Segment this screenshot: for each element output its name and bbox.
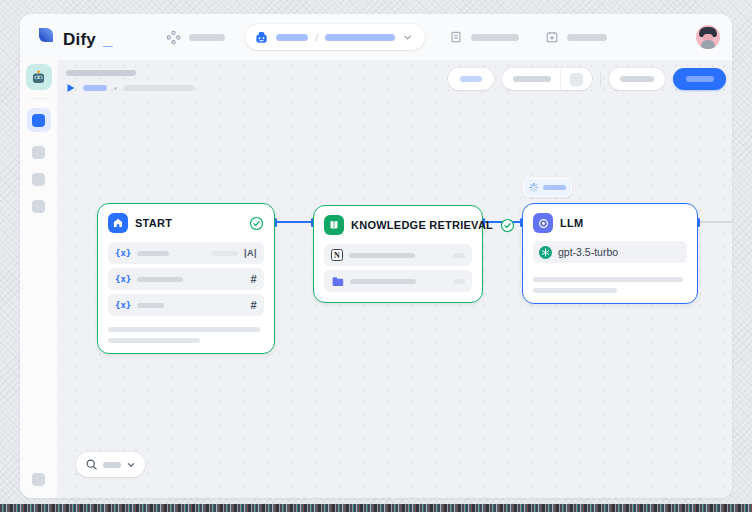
chevron-down-icon [126, 460, 136, 470]
docs-link[interactable] [449, 30, 519, 44]
placeholder-bar [349, 253, 415, 258]
placeholder-bar [189, 34, 225, 41]
run-meta-placeholder [124, 85, 194, 91]
avatar[interactable] [696, 25, 720, 49]
run-menu-button[interactable] [561, 68, 591, 90]
home-icon [108, 213, 128, 233]
run-label-placeholder [83, 85, 107, 91]
breadcrumb-separator: / [315, 31, 318, 43]
sidebar-item-workflow-active[interactable] [27, 108, 51, 132]
publish-button[interactable] [673, 68, 726, 90]
placeholder-line [108, 327, 260, 332]
placeholder-bar [453, 253, 465, 258]
node-running-badge [523, 178, 572, 197]
variable-icon: {x} [115, 274, 131, 284]
llm-icon [533, 213, 553, 233]
dataset-row[interactable]: N [324, 244, 472, 266]
workflow-canvas[interactable]: START {x} |A| {x} # {x} [58, 60, 732, 498]
placeholder-bar [460, 76, 482, 82]
model-row[interactable]: gpt-3.5-turbo [533, 241, 687, 263]
placeholder-bar [137, 251, 169, 256]
variable-row[interactable]: {x} |A| [108, 242, 264, 264]
placeholder-bar [471, 34, 519, 41]
features-button[interactable] [448, 68, 494, 90]
left-sidebar [20, 60, 58, 498]
node-llm[interactable]: LLM gpt-3.5-turbo [522, 203, 698, 304]
run-split-button[interactable] [502, 68, 592, 90]
sidebar-item-3[interactable] [32, 173, 45, 186]
placeholder-bar [137, 303, 164, 308]
plugins-link[interactable] [545, 30, 607, 44]
variable-type: # [250, 273, 257, 285]
variable-icon: {x} [115, 300, 131, 310]
top-header: Dify_ / [20, 14, 732, 60]
node-title: LLM [560, 217, 687, 229]
placeholder-line [108, 338, 200, 343]
sidebar-item-2[interactable] [32, 146, 45, 159]
run-status-row [66, 83, 194, 93]
dot-separator [114, 87, 117, 90]
variable-type: # [250, 299, 257, 311]
node-title: START [135, 217, 242, 229]
move-icon [166, 30, 181, 45]
check-circle-icon [500, 218, 515, 233]
canvas-toolbar [448, 68, 726, 90]
placeholder-square [570, 73, 583, 86]
robot-icon [254, 30, 269, 45]
placeholder-bar [567, 34, 607, 41]
placeholder-bar [137, 277, 183, 282]
app-icon[interactable] [26, 64, 52, 90]
model-name: gpt-3.5-turbo [558, 246, 618, 258]
app-window: Dify_ / [20, 14, 732, 498]
variable-type: |A| [244, 248, 257, 258]
variable-icon: {x} [115, 248, 131, 258]
node-start-header: START [108, 213, 264, 233]
placeholder-bar [350, 279, 416, 284]
dataset-row[interactable] [324, 270, 472, 292]
preview-button[interactable] [609, 68, 665, 90]
edge-start-to-knowledge[interactable] [275, 221, 313, 223]
chevron-down-icon [402, 32, 413, 43]
logo-accent: _ [103, 30, 112, 50]
placeholder-bar [620, 76, 654, 82]
edge-llm-outgoing[interactable] [699, 221, 732, 223]
dify-logo[interactable]: Dify_ [36, 25, 112, 50]
zoom-value-placeholder [103, 462, 121, 468]
workflow-title-placeholder [66, 70, 136, 76]
openai-icon [539, 246, 552, 259]
app-name-placeholder [276, 34, 308, 41]
running-label-placeholder [543, 185, 566, 190]
active-square [32, 114, 45, 127]
node-description [108, 327, 264, 343]
toolbar-divider [600, 72, 601, 86]
node-knowledge-retrieval[interactable]: KNOWLEDGE RETRIEVAL N [313, 205, 483, 303]
sidebar-item-bottom[interactable] [32, 473, 45, 486]
app-breadcrumb-pill[interactable]: / [245, 24, 425, 50]
sidebar-item-4[interactable] [32, 200, 45, 213]
folder-icon [331, 275, 344, 288]
workspace-switcher[interactable] [166, 30, 225, 45]
book-icon [324, 215, 344, 235]
placeholder-line [533, 277, 683, 282]
logo-text: Dify [63, 30, 96, 50]
variable-row[interactable]: {x} # [108, 268, 264, 290]
placeholder-bar [686, 76, 714, 82]
calendar-plus-icon [545, 30, 559, 44]
play-icon[interactable] [66, 83, 76, 93]
zoom-control[interactable] [76, 452, 145, 477]
node-llm-header: LLM [533, 213, 687, 233]
node-title: KNOWLEDGE RETRIEVAL [351, 219, 493, 231]
noise-strip [0, 504, 752, 512]
node-kr-header: KNOWLEDGE RETRIEVAL [324, 215, 472, 235]
workflow-name-placeholder [325, 34, 395, 41]
sidebar-divider [29, 98, 49, 99]
placeholder-bar [453, 279, 465, 284]
variable-row[interactable]: {x} # [108, 294, 264, 316]
run-button[interactable] [503, 68, 561, 90]
node-start[interactable]: START {x} |A| {x} # {x} [97, 203, 275, 354]
check-circle-icon [249, 216, 264, 231]
spinner-icon [529, 182, 539, 193]
node-description [533, 277, 687, 293]
placeholder-bar [212, 251, 238, 256]
doc-icon [449, 30, 463, 44]
